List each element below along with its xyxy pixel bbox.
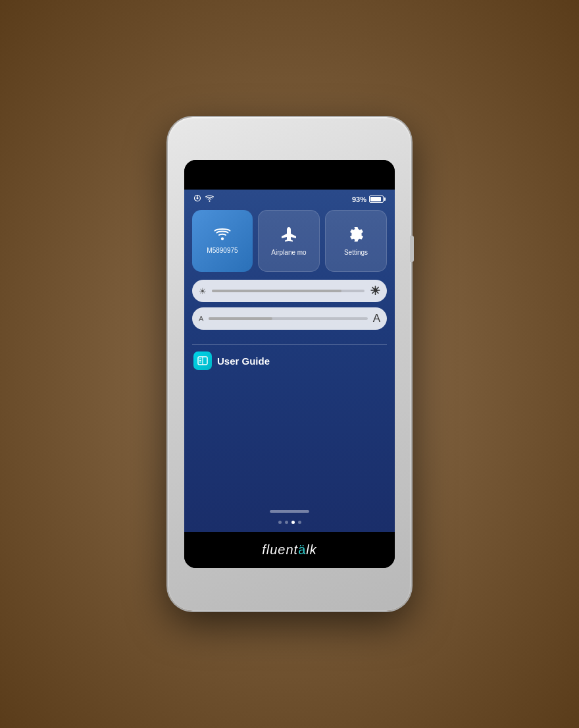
text-size-slider[interactable]: A A [192, 307, 387, 330]
settings-tile-label: Settings [344, 249, 368, 257]
page-dot-0[interactable] [278, 521, 282, 524]
battery-icon [369, 195, 386, 203]
divider [192, 344, 387, 345]
user-guide-icon [193, 351, 212, 370]
page-dot-3[interactable] [298, 521, 301, 524]
device: 93% [168, 117, 411, 611]
cellular-icon [193, 195, 201, 203]
text-size-fill [209, 317, 272, 320]
wifi-tile-icon [213, 227, 232, 244]
page-dots [192, 521, 387, 524]
airplane-tile[interactable]: Airplane mo [258, 210, 320, 272]
wifi-tile-label: M5890975 [207, 247, 238, 255]
brightness-slider-container: ☀ ☀ A A [192, 280, 387, 335]
screen-bottom-bar: fluentälk [184, 532, 395, 568]
text-size-track[interactable] [209, 317, 367, 320]
status-right: 93% [352, 195, 386, 203]
airplane-tile-icon [280, 225, 298, 246]
airplane-tile-label: Airplane mo [271, 249, 306, 257]
text-size-icon-left: A [199, 315, 203, 323]
screen-content: 93% [184, 190, 395, 532]
brand-label: fluentälk [262, 542, 317, 558]
brightness-fill [212, 290, 341, 292]
brightness-icon-left: ☀ [199, 286, 207, 296]
scroll-handle [270, 510, 309, 513]
user-guide-label: User Guide [217, 355, 270, 367]
brightness-slider[interactable]: ☀ ☀ [192, 280, 387, 302]
text-size-icon-right: A [373, 312, 380, 325]
wifi-tile[interactable]: M5890975 [192, 210, 253, 272]
screen-top-bar [184, 160, 395, 190]
brightness-icon-right: ☀ [370, 284, 380, 298]
status-bar: 93% [192, 195, 387, 203]
page-dot-2[interactable] [291, 521, 295, 524]
svg-point-1 [197, 197, 199, 199]
status-left-icons [193, 195, 214, 203]
settings-tile-icon [347, 225, 365, 246]
wifi-status-icon [205, 195, 214, 203]
device-screen: 93% [184, 160, 395, 568]
user-guide-row[interactable]: User Guide [192, 349, 387, 373]
page-dot-1[interactable] [285, 521, 288, 524]
brightness-track[interactable] [212, 290, 365, 292]
settings-tile[interactable]: Settings [325, 210, 387, 272]
quick-toggle-tiles: M5890975 Airplane mo [192, 210, 387, 272]
side-button[interactable] [410, 236, 414, 262]
battery-percent-label: 93% [352, 195, 366, 203]
